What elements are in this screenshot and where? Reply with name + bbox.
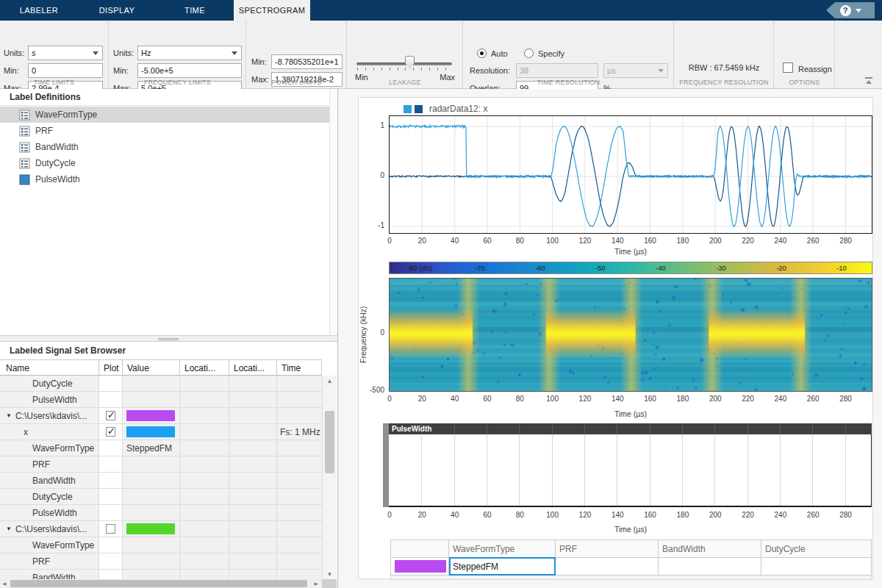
scroll-up-icon[interactable]: ▲ xyxy=(323,376,337,386)
time-plot-xticks: 020406080100120140160180200220240260280 xyxy=(389,237,872,245)
plot-cell[interactable] xyxy=(99,570,123,579)
plot-cell[interactable] xyxy=(99,553,123,569)
label-table-cell-dutycycle[interactable] xyxy=(761,557,872,576)
value-cell[interactable] xyxy=(123,537,180,553)
value-cell[interactable] xyxy=(123,408,180,423)
table-row[interactable]: DutyCycle xyxy=(0,376,322,392)
value-cell[interactable]: SteppedFM xyxy=(123,440,180,456)
scroll-right-icon[interactable]: ► xyxy=(312,579,320,588)
value-cell[interactable] xyxy=(123,376,180,391)
label-table-cell-bandwidth[interactable] xyxy=(659,557,761,576)
plot-checkbox[interactable] xyxy=(106,524,115,534)
label-table-cell-waveformtype[interactable]: SteppedFM xyxy=(449,557,556,576)
plot-cell[interactable] xyxy=(99,440,123,456)
column-header-plot[interactable]: Plot xyxy=(99,360,123,376)
leakage-slider-track[interactable] xyxy=(356,62,452,65)
label-definition-item-pulsewidth[interactable]: PulseWidth xyxy=(0,171,329,187)
table-row[interactable]: PRF xyxy=(0,456,322,473)
tab-time[interactable]: TIME xyxy=(156,0,234,21)
browser-horizontal-scrollbar[interactable]: ◄ ► xyxy=(0,579,322,588)
plot-checkbox[interactable] xyxy=(106,411,115,420)
value-cell[interactable] xyxy=(123,456,180,472)
plot-cell[interactable] xyxy=(99,537,123,553)
column-header-locati[interactable]: Locati... xyxy=(180,360,229,376)
panel-splitter[interactable] xyxy=(0,335,337,342)
expander-icon[interactable]: ▼ xyxy=(6,412,12,419)
value-cell[interactable] xyxy=(123,553,180,569)
label-track-handle[interactable] xyxy=(383,423,389,507)
browser-vertical-scrollbar[interactable]: ▲ ▼ xyxy=(322,376,337,579)
help-dropdown-caret-icon[interactable] xyxy=(856,9,861,12)
label-track-body[interactable] xyxy=(389,434,872,507)
value-cell[interactable] xyxy=(123,392,180,407)
value-cell[interactable] xyxy=(123,424,180,440)
reassign-checkbox[interactable] xyxy=(783,62,793,73)
plot-cell[interactable] xyxy=(99,521,123,537)
plot-cell[interactable] xyxy=(99,473,123,488)
table-row[interactable]: ▼C:\Users\kdavis\... xyxy=(0,521,322,537)
table-row[interactable]: PulseWidth xyxy=(0,505,322,521)
label-definition-item-waveformtype[interactable]: WaveFormType xyxy=(0,107,329,123)
freq-min-field[interactable]: -5.00e+5 xyxy=(137,63,242,78)
resolution-units-dropdown[interactable]: µs xyxy=(603,63,668,78)
scrollbar-thumb[interactable] xyxy=(325,411,334,473)
auto-radio[interactable] xyxy=(477,49,487,58)
value-cell[interactable] xyxy=(123,570,180,579)
table-row[interactable]: WaveFormTypeSteppedFM xyxy=(0,440,322,456)
label-table-cell-prf[interactable] xyxy=(556,557,659,576)
expander-icon[interactable]: ▼ xyxy=(6,526,12,532)
table-row[interactable]: WaveFormType xyxy=(0,537,322,553)
label-definition-item-dutycycle[interactable]: DutyCycle xyxy=(0,155,329,171)
table-row[interactable]: xFs: 1 MHz xyxy=(0,424,322,440)
label-definitions-scrollbar[interactable] xyxy=(329,89,337,335)
plot-cell[interactable] xyxy=(99,408,123,423)
signal-name: BandWidth xyxy=(32,476,76,486)
plot-checkbox[interactable] xyxy=(106,427,115,437)
table-row[interactable]: ▼C:\Users\kdavis\... xyxy=(0,408,322,424)
label-definition-item-prf[interactable]: PRF xyxy=(0,123,329,139)
auto-radio-label[interactable]: Auto xyxy=(491,49,508,58)
power-min-field[interactable]: -8.780535201e+1 xyxy=(271,54,343,69)
reassign-label[interactable]: Reassign xyxy=(798,65,832,74)
time-units-dropdown[interactable]: s xyxy=(28,46,103,60)
scroll-left-icon[interactable]: ◄ xyxy=(0,579,9,588)
spectrogram-plot[interactable] xyxy=(389,278,872,392)
table-row[interactable]: PulseWidth xyxy=(0,392,322,408)
value-cell[interactable] xyxy=(123,521,180,537)
tab-spectrogram[interactable]: SPECTROGRAM xyxy=(234,0,310,21)
scrollbar-thumb[interactable] xyxy=(10,580,307,587)
table-row[interactable]: BandWidth xyxy=(0,570,322,579)
column-header-value[interactable]: Value xyxy=(123,360,180,376)
collapse-toolstrip-icon[interactable] xyxy=(864,77,873,84)
plot-cell[interactable] xyxy=(99,392,123,407)
leakage-slider-thumb[interactable] xyxy=(405,56,415,68)
time-min-field[interactable]: 0 xyxy=(28,63,103,78)
plot-cell[interactable] xyxy=(99,456,123,472)
value-cell[interactable] xyxy=(123,473,180,488)
scroll-down-icon[interactable]: ▼ xyxy=(323,569,337,579)
table-row[interactable]: PRF xyxy=(0,553,322,570)
resolution-field[interactable]: 38 xyxy=(516,63,598,78)
value-cell[interactable] xyxy=(123,505,180,520)
freq-units-dropdown[interactable]: Hz xyxy=(137,46,242,60)
help-area[interactable]: ? xyxy=(826,2,875,18)
column-header-name[interactable]: Name xyxy=(0,360,99,376)
label-track-header[interactable]: PulseWidth xyxy=(389,423,872,434)
table-row[interactable]: BandWidth xyxy=(0,473,322,489)
column-header-locati[interactable]: Locati... xyxy=(229,360,277,376)
value-cell[interactable] xyxy=(123,489,180,504)
column-header-time[interactable]: Time xyxy=(277,360,322,376)
plot-cell[interactable] xyxy=(99,505,123,520)
specify-radio[interactable] xyxy=(524,49,534,58)
specify-radio-label[interactable]: Specify xyxy=(538,49,564,58)
label-table-swatch-cell[interactable] xyxy=(390,557,449,576)
plot-cell[interactable] xyxy=(99,489,123,504)
help-icon[interactable]: ? xyxy=(840,5,851,16)
time-domain-plot[interactable] xyxy=(389,115,872,234)
label-definition-item-bandwidth[interactable]: BandWidth xyxy=(0,139,329,155)
table-row[interactable]: DutyCycle xyxy=(0,489,322,505)
tab-display[interactable]: DISPLAY xyxy=(78,0,156,21)
tab-labeler[interactable]: LABELER xyxy=(0,0,78,21)
plot-cell[interactable] xyxy=(99,424,123,440)
plot-cell[interactable] xyxy=(99,376,123,391)
